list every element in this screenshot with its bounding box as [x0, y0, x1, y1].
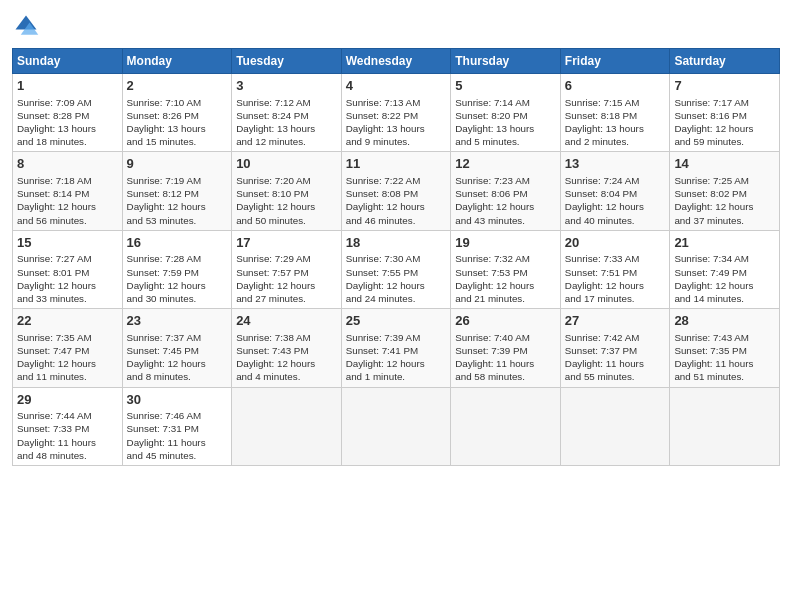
- calendar-cell: 19Sunrise: 7:32 AM Sunset: 7:53 PM Dayli…: [451, 230, 561, 308]
- week-row-3: 15Sunrise: 7:27 AM Sunset: 8:01 PM Dayli…: [13, 230, 780, 308]
- calendar-table: SundayMondayTuesdayWednesdayThursdayFrid…: [12, 48, 780, 466]
- calendar-cell: 16Sunrise: 7:28 AM Sunset: 7:59 PM Dayli…: [122, 230, 232, 308]
- logo-icon: [12, 12, 40, 40]
- cell-info: Sunrise: 7:17 AM Sunset: 8:16 PM Dayligh…: [674, 96, 775, 149]
- calendar-cell: [670, 387, 780, 465]
- calendar-cell: 11Sunrise: 7:22 AM Sunset: 8:08 PM Dayli…: [341, 152, 451, 230]
- calendar-cell: 2Sunrise: 7:10 AM Sunset: 8:26 PM Daylig…: [122, 74, 232, 152]
- day-number: 23: [127, 312, 228, 330]
- page-header: [12, 12, 780, 40]
- cell-info: Sunrise: 7:13 AM Sunset: 8:22 PM Dayligh…: [346, 96, 447, 149]
- day-number: 1: [17, 77, 118, 95]
- col-header-wednesday: Wednesday: [341, 49, 451, 74]
- day-number: 19: [455, 234, 556, 252]
- calendar-cell: [560, 387, 670, 465]
- day-number: 6: [565, 77, 666, 95]
- cell-info: Sunrise: 7:28 AM Sunset: 7:59 PM Dayligh…: [127, 252, 228, 305]
- cell-info: Sunrise: 7:43 AM Sunset: 7:35 PM Dayligh…: [674, 331, 775, 384]
- day-number: 16: [127, 234, 228, 252]
- header-row: SundayMondayTuesdayWednesdayThursdayFrid…: [13, 49, 780, 74]
- calendar-cell: 20Sunrise: 7:33 AM Sunset: 7:51 PM Dayli…: [560, 230, 670, 308]
- cell-info: Sunrise: 7:32 AM Sunset: 7:53 PM Dayligh…: [455, 252, 556, 305]
- day-number: 29: [17, 391, 118, 409]
- calendar-cell: 5Sunrise: 7:14 AM Sunset: 8:20 PM Daylig…: [451, 74, 561, 152]
- cell-info: Sunrise: 7:20 AM Sunset: 8:10 PM Dayligh…: [236, 174, 337, 227]
- cell-info: Sunrise: 7:38 AM Sunset: 7:43 PM Dayligh…: [236, 331, 337, 384]
- week-row-2: 8Sunrise: 7:18 AM Sunset: 8:14 PM Daylig…: [13, 152, 780, 230]
- calendar-cell: 13Sunrise: 7:24 AM Sunset: 8:04 PM Dayli…: [560, 152, 670, 230]
- day-number: 22: [17, 312, 118, 330]
- calendar-cell: [232, 387, 342, 465]
- calendar-cell: 23Sunrise: 7:37 AM Sunset: 7:45 PM Dayli…: [122, 309, 232, 387]
- calendar-cell: 6Sunrise: 7:15 AM Sunset: 8:18 PM Daylig…: [560, 74, 670, 152]
- col-header-sunday: Sunday: [13, 49, 123, 74]
- day-number: 9: [127, 155, 228, 173]
- calendar-cell: 24Sunrise: 7:38 AM Sunset: 7:43 PM Dayli…: [232, 309, 342, 387]
- calendar-cell: 12Sunrise: 7:23 AM Sunset: 8:06 PM Dayli…: [451, 152, 561, 230]
- day-number: 13: [565, 155, 666, 173]
- cell-info: Sunrise: 7:46 AM Sunset: 7:31 PM Dayligh…: [127, 409, 228, 462]
- calendar-cell: 14Sunrise: 7:25 AM Sunset: 8:02 PM Dayli…: [670, 152, 780, 230]
- cell-info: Sunrise: 7:33 AM Sunset: 7:51 PM Dayligh…: [565, 252, 666, 305]
- day-number: 11: [346, 155, 447, 173]
- calendar-cell: 3Sunrise: 7:12 AM Sunset: 8:24 PM Daylig…: [232, 74, 342, 152]
- col-header-tuesday: Tuesday: [232, 49, 342, 74]
- cell-info: Sunrise: 7:27 AM Sunset: 8:01 PM Dayligh…: [17, 252, 118, 305]
- cell-info: Sunrise: 7:23 AM Sunset: 8:06 PM Dayligh…: [455, 174, 556, 227]
- cell-info: Sunrise: 7:24 AM Sunset: 8:04 PM Dayligh…: [565, 174, 666, 227]
- col-header-thursday: Thursday: [451, 49, 561, 74]
- calendar-cell: 8Sunrise: 7:18 AM Sunset: 8:14 PM Daylig…: [13, 152, 123, 230]
- day-number: 25: [346, 312, 447, 330]
- calendar-cell: 21Sunrise: 7:34 AM Sunset: 7:49 PM Dayli…: [670, 230, 780, 308]
- calendar-cell: 1Sunrise: 7:09 AM Sunset: 8:28 PM Daylig…: [13, 74, 123, 152]
- day-number: 10: [236, 155, 337, 173]
- calendar-cell: 22Sunrise: 7:35 AM Sunset: 7:47 PM Dayli…: [13, 309, 123, 387]
- day-number: 4: [346, 77, 447, 95]
- day-number: 5: [455, 77, 556, 95]
- cell-info: Sunrise: 7:35 AM Sunset: 7:47 PM Dayligh…: [17, 331, 118, 384]
- calendar-cell: 25Sunrise: 7:39 AM Sunset: 7:41 PM Dayli…: [341, 309, 451, 387]
- cell-info: Sunrise: 7:09 AM Sunset: 8:28 PM Dayligh…: [17, 96, 118, 149]
- day-number: 3: [236, 77, 337, 95]
- cell-info: Sunrise: 7:25 AM Sunset: 8:02 PM Dayligh…: [674, 174, 775, 227]
- day-number: 8: [17, 155, 118, 173]
- cell-info: Sunrise: 7:19 AM Sunset: 8:12 PM Dayligh…: [127, 174, 228, 227]
- calendar-cell: 4Sunrise: 7:13 AM Sunset: 8:22 PM Daylig…: [341, 74, 451, 152]
- calendar-cell: 15Sunrise: 7:27 AM Sunset: 8:01 PM Dayli…: [13, 230, 123, 308]
- cell-info: Sunrise: 7:15 AM Sunset: 8:18 PM Dayligh…: [565, 96, 666, 149]
- day-number: 26: [455, 312, 556, 330]
- calendar-cell: 17Sunrise: 7:29 AM Sunset: 7:57 PM Dayli…: [232, 230, 342, 308]
- day-number: 2: [127, 77, 228, 95]
- cell-info: Sunrise: 7:22 AM Sunset: 8:08 PM Dayligh…: [346, 174, 447, 227]
- cell-info: Sunrise: 7:18 AM Sunset: 8:14 PM Dayligh…: [17, 174, 118, 227]
- calendar-cell: 26Sunrise: 7:40 AM Sunset: 7:39 PM Dayli…: [451, 309, 561, 387]
- calendar-cell: 9Sunrise: 7:19 AM Sunset: 8:12 PM Daylig…: [122, 152, 232, 230]
- day-number: 21: [674, 234, 775, 252]
- calendar-cell: 27Sunrise: 7:42 AM Sunset: 7:37 PM Dayli…: [560, 309, 670, 387]
- week-row-4: 22Sunrise: 7:35 AM Sunset: 7:47 PM Dayli…: [13, 309, 780, 387]
- day-number: 17: [236, 234, 337, 252]
- calendar-cell: 10Sunrise: 7:20 AM Sunset: 8:10 PM Dayli…: [232, 152, 342, 230]
- week-row-5: 29Sunrise: 7:44 AM Sunset: 7:33 PM Dayli…: [13, 387, 780, 465]
- cell-info: Sunrise: 7:29 AM Sunset: 7:57 PM Dayligh…: [236, 252, 337, 305]
- cell-info: Sunrise: 7:39 AM Sunset: 7:41 PM Dayligh…: [346, 331, 447, 384]
- day-number: 28: [674, 312, 775, 330]
- logo: [12, 12, 44, 40]
- calendar-cell: [341, 387, 451, 465]
- calendar-cell: 30Sunrise: 7:46 AM Sunset: 7:31 PM Dayli…: [122, 387, 232, 465]
- day-number: 7: [674, 77, 775, 95]
- calendar-cell: 29Sunrise: 7:44 AM Sunset: 7:33 PM Dayli…: [13, 387, 123, 465]
- calendar-cell: [451, 387, 561, 465]
- col-header-monday: Monday: [122, 49, 232, 74]
- cell-info: Sunrise: 7:12 AM Sunset: 8:24 PM Dayligh…: [236, 96, 337, 149]
- day-number: 27: [565, 312, 666, 330]
- day-number: 14: [674, 155, 775, 173]
- calendar-cell: 18Sunrise: 7:30 AM Sunset: 7:55 PM Dayli…: [341, 230, 451, 308]
- day-number: 24: [236, 312, 337, 330]
- cell-info: Sunrise: 7:10 AM Sunset: 8:26 PM Dayligh…: [127, 96, 228, 149]
- day-number: 18: [346, 234, 447, 252]
- day-number: 20: [565, 234, 666, 252]
- cell-info: Sunrise: 7:40 AM Sunset: 7:39 PM Dayligh…: [455, 331, 556, 384]
- day-number: 15: [17, 234, 118, 252]
- cell-info: Sunrise: 7:34 AM Sunset: 7:49 PM Dayligh…: [674, 252, 775, 305]
